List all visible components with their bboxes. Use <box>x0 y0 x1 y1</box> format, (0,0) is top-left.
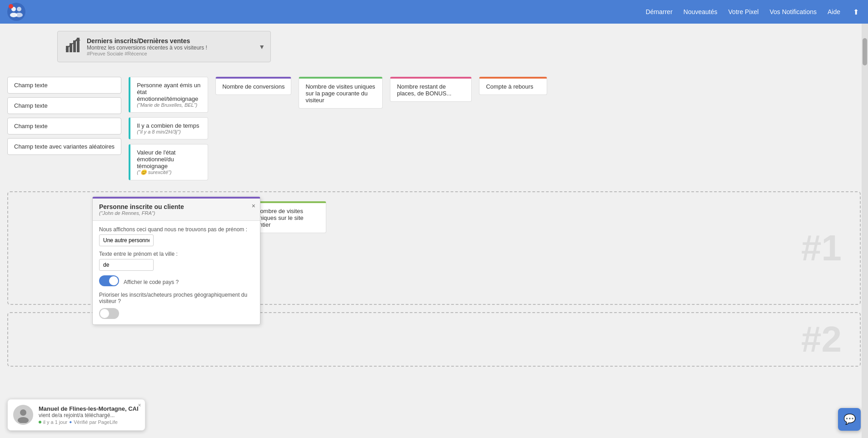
country-label: Afficher le code pays ? <box>124 279 179 285</box>
nav-demarrer[interactable]: Démarrer <box>646 8 673 15</box>
notif-popup: × Manuel de Flines-les-Mortagne, CAI vie… <box>7 399 145 431</box>
notif-text: Manuel de Flines-les-Mortagne, CAI vient… <box>39 405 139 425</box>
person-emotional-sub: ("Marie de Bruxelles, BEL") <box>137 102 201 108</box>
emotional-value-sub: ("😊 surexcité") <box>137 169 201 175</box>
modal-title: Personne inscrite ou cliente <box>99 203 254 210</box>
derniers-bar-subtitle: Montrez les conversions récentes à vos v… <box>87 45 207 51</box>
svg-point-12 <box>18 417 29 423</box>
geo-toggle-knob <box>100 309 109 318</box>
svg-marker-10 <box>75 38 80 40</box>
chat-icon: 💬 <box>843 413 856 425</box>
svg-point-4 <box>15 13 23 17</box>
logo[interactable] <box>7 3 25 21</box>
header-nav: Démarrer Nouveautés Votre Pixel Vos Noti… <box>646 6 861 18</box>
verified-icon: ● <box>69 419 72 424</box>
time-ago-sub: ("il y a 8 min/2H/3j") <box>137 129 201 134</box>
time-ago-card[interactable]: Il y a combien de temps ("il y a 8 min/2… <box>129 117 208 139</box>
time-ago-label: Il y a combien de temps <box>137 122 201 129</box>
modal-personne: Personne inscrite ou cliente ("John de R… <box>92 197 260 325</box>
person-col: Personne ayant émis un état émotionnel/t… <box>129 77 208 180</box>
modal-close-button[interactable]: × <box>252 202 255 209</box>
country-toggle[interactable] <box>99 275 119 286</box>
fallback-label: Nous affichons ceci quand nous ne trouvo… <box>99 226 254 233</box>
conversions-card[interactable]: Nombre de conversions <box>215 77 291 95</box>
nav-vos-notifications[interactable]: Vos Notifications <box>769 8 817 15</box>
section-2-label: #2 <box>801 319 842 360</box>
country-toggle-row: Afficher le code pays ? <box>99 274 254 287</box>
derniers-bar[interactable]: Derniers inscrits/Dernières ventes Montr… <box>57 31 271 62</box>
fallback-input[interactable] <box>99 234 154 246</box>
chat-button[interactable]: 💬 <box>838 408 861 431</box>
champ-texte-variantes[interactable]: Champ texte avec variantes aléatoires <box>7 138 121 155</box>
person-emotional-card[interactable]: Personne ayant émis un état émotionnel/t… <box>129 77 208 113</box>
notif-verified: Vérifié par PageLife <box>74 419 118 425</box>
notif-action: vient de/a rejoint/a téléchargé... <box>39 412 139 418</box>
svg-point-5 <box>9 4 13 9</box>
derniers-bar-title: Derniers inscrits/Dernières ventes <box>87 37 207 45</box>
dashed-section-1: #1 Nombre de visites uniques sur le site… <box>7 191 861 305</box>
between-label: Texte entre le prénom et la ville : <box>99 251 254 257</box>
nav-votre-pixel[interactable]: Votre Pixel <box>728 8 759 15</box>
main-content: Derniers inscrits/Dernières ventes Montr… <box>0 24 868 433</box>
fields-section: Champ texte Champ texte Champ texte Cham… <box>7 77 861 180</box>
svg-point-2 <box>17 7 21 11</box>
notif-meta: il y a 1 jour ● Vérifié par PageLife <box>39 419 139 425</box>
visites-site-card[interactable]: Nombre de visites uniques sur le site en… <box>249 201 326 233</box>
modal-header: Personne inscrite ou cliente ("John de R… <box>93 199 260 221</box>
emotional-value-card[interactable]: Valeur de l'état émotionnel/du témoignag… <box>129 144 208 180</box>
places-bonus-card[interactable]: Nombre restant de places, de BONUS... <box>390 77 472 102</box>
notif-time: il y a 1 jour <box>43 419 67 425</box>
export-button[interactable]: ⬆ <box>851 6 861 18</box>
notif-avatar <box>13 405 33 425</box>
header: Démarrer Nouveautés Votre Pixel Vos Noti… <box>0 0 868 24</box>
section-1-label: #1 <box>801 227 842 269</box>
visites-page-card[interactable]: Nombre de visites uniques sur la page co… <box>299 77 383 109</box>
toggle-knob <box>109 276 118 285</box>
derniers-bar-tags: #Preuve Sociale #Récence <box>87 51 207 56</box>
notif-close-button[interactable]: × <box>138 402 141 408</box>
derniers-bar-text: Derniers inscrits/Dernières ventes Montr… <box>87 37 207 56</box>
scrollbar-thumb[interactable] <box>863 38 867 65</box>
champ-texte-2[interactable]: Champ texte <box>7 97 121 114</box>
champ-texte-3[interactable]: Champ texte <box>7 118 121 134</box>
modal-body: Nous affichons ceci quand nous ne trouvo… <box>93 221 260 324</box>
green-dot-icon <box>39 421 41 423</box>
notif-name: Manuel de Flines-les-Mortagne, CAI <box>39 405 139 412</box>
geo-label: Prioriser les inscrits/acheteurs proches… <box>99 292 254 304</box>
scrollbar[interactable] <box>862 24 868 433</box>
compte-rebours-card[interactable]: Compte à rebours <box>479 77 547 95</box>
champ-texte-1[interactable]: Champ texte <box>7 77 121 94</box>
nav-nouveautes[interactable]: Nouveautés <box>683 8 718 15</box>
nav-aide[interactable]: Aide <box>828 8 840 15</box>
geo-toggle-row <box>99 308 254 319</box>
modal-sub: ("John de Rennes, FRA") <box>99 210 254 216</box>
svg-point-11 <box>20 409 26 416</box>
emotional-value-label: Valeur de l'état émotionnel/du témoignag… <box>137 149 201 169</box>
geo-toggle[interactable] <box>99 308 119 319</box>
between-input[interactable] <box>99 259 154 271</box>
person-emotional-label: Personne ayant émis un état émotionnel/t… <box>137 82 201 102</box>
dropdown-arrow-icon[interactable]: ▼ <box>259 43 265 50</box>
champ-col: Champ texte Champ texte Champ texte Cham… <box>7 77 121 155</box>
chart-icon <box>65 37 81 56</box>
